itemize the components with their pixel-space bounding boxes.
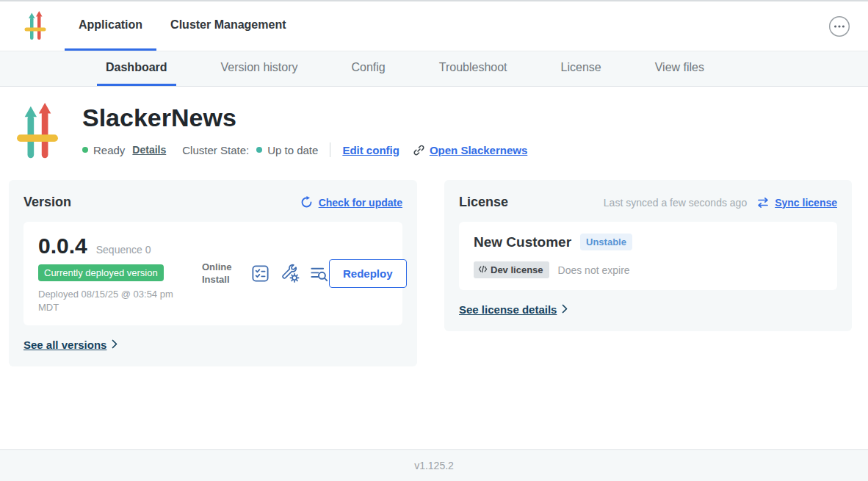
app-status-row: Ready Details Cluster State: Up to date … bbox=[82, 142, 527, 157]
tab-view-files[interactable]: View files bbox=[646, 51, 713, 86]
tab-config[interactable]: Config bbox=[343, 51, 394, 86]
current-version-panel: 0.0.4 Sequence 0 Currently deployed vers… bbox=[23, 222, 402, 325]
cluster-state-dot bbox=[256, 147, 262, 153]
divider bbox=[330, 142, 330, 157]
app-logo bbox=[24, 11, 46, 41]
deploy-logs-icon-button[interactable] bbox=[309, 264, 329, 283]
footer: v1.125.2 bbox=[0, 449, 868, 481]
version-number: 0.0.4 bbox=[38, 234, 87, 258]
app-status-dot bbox=[82, 147, 88, 153]
app-icon bbox=[16, 103, 59, 161]
footer-version: v1.125.2 bbox=[414, 460, 454, 471]
app-status-label: Ready bbox=[93, 144, 125, 156]
open-app-link[interactable]: Open Slackernews bbox=[430, 144, 527, 156]
ellipsis-icon bbox=[828, 29, 850, 40]
deployed-date: Deployed 08/15/25 @ 03:54 pm MDT bbox=[38, 288, 182, 314]
admin-console-page: Application Cluster Management Dashboard… bbox=[0, 0, 868, 481]
license-card-title: License bbox=[459, 195, 508, 210]
preflight-checks-icon-button[interactable] bbox=[250, 264, 270, 283]
sync-icon bbox=[757, 197, 769, 209]
tab-application[interactable]: Application bbox=[65, 1, 156, 51]
install-type-label: Online Install bbox=[202, 261, 240, 286]
sequence-label: Sequence 0 bbox=[96, 244, 151, 256]
link-chain-icon bbox=[413, 144, 425, 156]
sync-license-link[interactable]: Sync license bbox=[775, 197, 837, 209]
redeploy-button[interactable]: Redeploy bbox=[329, 259, 407, 288]
refresh-icon bbox=[300, 196, 313, 209]
last-synced-text: Last synced a few seconds ago bbox=[604, 197, 747, 209]
tab-version-history[interactable]: Version history bbox=[212, 51, 307, 86]
top-tab-bar: Application Cluster Management bbox=[65, 1, 300, 51]
app-sub-nav: Dashboard Version history Config Trouble… bbox=[0, 51, 868, 87]
status-details-link[interactable]: Details bbox=[132, 144, 166, 156]
check-for-update-link[interactable]: Check for update bbox=[319, 197, 402, 209]
edit-config-link[interactable]: Edit config bbox=[342, 144, 399, 156]
license-expiry: Does not expire bbox=[558, 264, 630, 276]
config-wrench-icon-button[interactable] bbox=[280, 264, 300, 283]
cluster-state-value: Up to date bbox=[267, 144, 318, 156]
version-card: Version Check for update 0.0.4 Sequ bbox=[9, 180, 417, 366]
top-nav: Application Cluster Management bbox=[0, 1, 868, 51]
tab-troubleshoot[interactable]: Troubleshoot bbox=[430, 51, 516, 86]
tab-dashboard[interactable]: Dashboard bbox=[97, 51, 176, 86]
more-menu-button[interactable] bbox=[828, 15, 850, 37]
dev-license-label: Dev license bbox=[491, 264, 543, 275]
app-header: SlackerNews Ready Details Cluster State:… bbox=[0, 87, 868, 161]
license-panel: New Customer Unstable Dev license bbox=[459, 222, 837, 290]
chevron-right-icon bbox=[112, 339, 117, 351]
code-icon bbox=[478, 264, 488, 275]
see-all-versions-link[interactable]: See all versions bbox=[23, 339, 117, 351]
cluster-state-label: Cluster State: bbox=[182, 144, 249, 156]
dev-license-badge: Dev license bbox=[474, 261, 549, 278]
see-license-details-link[interactable]: See license details bbox=[459, 303, 568, 316]
page-title: SlackerNews bbox=[82, 104, 527, 131]
see-license-details-label: See license details bbox=[459, 303, 557, 316]
channel-badge: Unstable bbox=[580, 234, 632, 250]
dashboard-cards: Version Check for update 0.0.4 Sequ bbox=[9, 180, 852, 366]
see-all-versions-label: See all versions bbox=[23, 339, 106, 351]
version-card-title: Version bbox=[23, 195, 71, 210]
tab-cluster-management[interactable]: Cluster Management bbox=[156, 1, 300, 51]
deployed-version-badge: Currently deployed version bbox=[38, 264, 164, 281]
tab-license[interactable]: License bbox=[552, 51, 610, 86]
customer-name: New Customer bbox=[474, 234, 571, 250]
license-card: License Last synced a few seconds ago Sy… bbox=[444, 180, 852, 331]
chevron-right-icon bbox=[562, 303, 568, 316]
